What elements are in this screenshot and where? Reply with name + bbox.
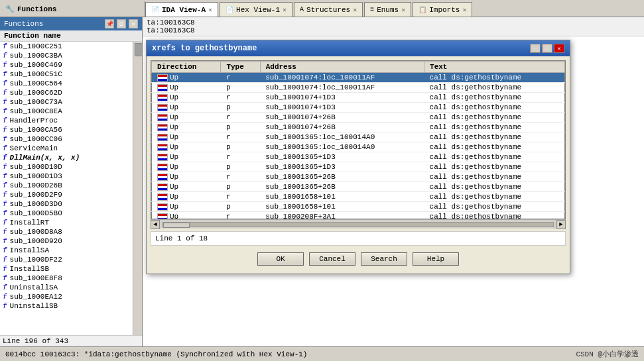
dialog-status-text: Line 1 of 18 bbox=[155, 234, 208, 242]
function-item[interactable]: fUninstallSA bbox=[0, 283, 133, 292]
cell-address: sub_10001365:loc_100014A0 bbox=[260, 142, 424, 152]
function-item[interactable]: fsub_1000D5B0 bbox=[0, 209, 133, 218]
table-row[interactable]: Uprsub_1000208F+3A1call ds:gethostbyname bbox=[152, 212, 565, 220]
tab-close-enums[interactable]: ✕ bbox=[401, 6, 405, 14]
tab-close-hex-view[interactable]: ✕ bbox=[283, 6, 287, 14]
function-item[interactable]: fsub_1000C3BA bbox=[0, 51, 133, 60]
scroll-track[interactable] bbox=[162, 222, 554, 227]
functions-list[interactable]: fsub_1000C251fsub_1000C3BAfsub_1000C469f… bbox=[0, 42, 133, 335]
table-row[interactable]: Uprsub_10001658+101call ds:gethostbyname bbox=[152, 192, 565, 202]
flag-icon bbox=[157, 74, 168, 81]
table-row[interactable]: Uppsub_10001074+26Bcall ds:gethostbyname bbox=[152, 123, 565, 132]
function-item[interactable]: fsub_1000D10D bbox=[0, 162, 133, 172]
close-icon[interactable]: ✕ bbox=[129, 19, 138, 28]
horizontal-scrollbar[interactable]: ◀ ▶ bbox=[151, 219, 566, 229]
function-item[interactable]: fsub_1000C251 bbox=[0, 42, 133, 51]
dialog-maximize[interactable]: □ bbox=[542, 44, 552, 53]
function-item[interactable]: fHandlerProc bbox=[0, 116, 133, 125]
function-item[interactable]: fsub_1000D2F9 bbox=[0, 190, 133, 199]
flag-icon bbox=[157, 193, 168, 201]
function-item[interactable]: fsub_1000E8F8 bbox=[0, 274, 133, 283]
cell-address: sub_10001074+26B bbox=[260, 113, 424, 123]
functions-panel-tab-label: Functions bbox=[17, 5, 56, 13]
cell-text: call ds:gethostbyname bbox=[424, 73, 565, 83]
function-name: HandlerProc bbox=[10, 117, 58, 125]
tab-structures[interactable]: AStructures✕ bbox=[294, 2, 363, 17]
cell-type: r bbox=[221, 192, 260, 202]
function-item[interactable]: fsub_1000CA56 bbox=[0, 125, 133, 134]
cell-direction: Up bbox=[152, 152, 221, 162]
table-row[interactable]: Uppsub_10001074:loc_100011AFcall ds:geth… bbox=[152, 83, 565, 93]
cancel-button[interactable]: Cancel bbox=[309, 252, 355, 266]
function-item[interactable]: fsub_1000EA12 bbox=[0, 292, 133, 301]
function-name: sub_1000DF22 bbox=[10, 256, 62, 264]
table-row[interactable]: Uprsub_10001365+26Bcall ds:gethostbyname bbox=[152, 172, 565, 182]
cell-direction: Up bbox=[152, 182, 221, 192]
function-item[interactable]: fInstallSA bbox=[0, 246, 133, 255]
tab-enums[interactable]: ≡Enums✕ bbox=[364, 2, 411, 17]
function-name: sub_1000C251 bbox=[10, 42, 62, 50]
cell-direction: Up bbox=[152, 212, 221, 220]
scroll-thumb[interactable] bbox=[163, 223, 190, 228]
tab-close-structures[interactable]: ✕ bbox=[353, 6, 357, 14]
function-item[interactable]: fsub_1000D8A8 bbox=[0, 227, 133, 236]
function-item[interactable]: fsub_1000C73A bbox=[0, 97, 133, 107]
float-icon[interactable]: ⊡ bbox=[117, 19, 126, 28]
help-button[interactable]: Help bbox=[413, 252, 459, 266]
tab-hex-view[interactable]: 📄Hex View-1✕ bbox=[220, 2, 292, 17]
function-item[interactable]: fsub_1000C8EA bbox=[0, 107, 133, 116]
tab-icon-structures: A bbox=[300, 6, 304, 13]
search-button[interactable]: Search bbox=[361, 252, 407, 266]
table-row[interactable]: Uprsub_10001074+1D3call ds:gethostbyname bbox=[152, 93, 565, 103]
func-f-icon: f bbox=[3, 237, 7, 245]
tab-imports[interactable]: 📋Imports✕ bbox=[413, 2, 472, 17]
function-item[interactable]: fInstallRT bbox=[0, 218, 133, 227]
tab-close-imports[interactable]: ✕ bbox=[462, 6, 466, 14]
dialog-close[interactable]: ✕ bbox=[554, 44, 564, 53]
tab-close-ida-view[interactable]: ✕ bbox=[208, 6, 212, 14]
function-item[interactable]: fServiceMain bbox=[0, 144, 133, 153]
tab-ida-view[interactable]: 📄IDA View-A✕ bbox=[145, 2, 218, 17]
ok-button[interactable]: OK bbox=[257, 252, 304, 266]
function-item[interactable]: fsub_1000D3D0 bbox=[0, 199, 133, 209]
dialog-titlebar: xrefs to gethostbyname ─ □ ✕ bbox=[147, 40, 570, 56]
function-item[interactable]: fsub_1000DF22 bbox=[0, 255, 133, 264]
table-row[interactable]: Uppsub_10001365:loc_100014A0call ds:geth… bbox=[152, 142, 565, 152]
func-f-icon: f bbox=[3, 42, 7, 50]
function-item[interactable]: fsub_1000C51C bbox=[0, 70, 133, 79]
table-row[interactable]: Uppsub_10001074+1D3call ds:gethostbyname bbox=[152, 103, 565, 113]
table-row[interactable]: Uppsub_10001365+26Bcall ds:gethostbyname bbox=[152, 182, 565, 192]
table-row[interactable]: Uprsub_10001074:loc_100011AFcall ds:geth… bbox=[152, 73, 565, 83]
table-row[interactable]: Uppsub_10001365+1D3call ds:gethostbyname bbox=[152, 162, 565, 172]
function-item[interactable]: fsub_1000D1D3 bbox=[0, 172, 133, 181]
function-item[interactable]: fsub_1000C62D bbox=[0, 88, 133, 97]
table-row[interactable]: Uppsub_10001658+101call ds:gethostbyname bbox=[152, 202, 565, 212]
func-f-icon: f bbox=[3, 172, 7, 180]
function-item[interactable]: fsub_1000CC06 bbox=[0, 134, 133, 144]
func-f-icon: f bbox=[3, 70, 7, 78]
function-item[interactable]: fsub_1000D920 bbox=[0, 236, 133, 246]
xref-table-container[interactable]: DirectionTypeAddressText Uprsub_10001074… bbox=[151, 60, 566, 219]
cell-type: r bbox=[221, 152, 260, 162]
func-f-icon: f bbox=[3, 302, 7, 310]
dialog-content: DirectionTypeAddressText Uprsub_10001074… bbox=[147, 56, 570, 274]
cell-address: sub_10001074+1D3 bbox=[260, 103, 424, 113]
dialog-minimize[interactable]: ─ bbox=[530, 44, 541, 53]
functions-scrollbar[interactable] bbox=[133, 42, 142, 335]
col-header-type: Type bbox=[221, 62, 260, 73]
function-item[interactable]: fsub_1000C469 bbox=[0, 60, 133, 70]
function-item[interactable]: fUninstallSB bbox=[0, 301, 133, 311]
function-item[interactable]: fsub_1000C564 bbox=[0, 79, 133, 88]
table-row[interactable]: Uprsub_10001365+1D3call ds:gethostbyname bbox=[152, 152, 565, 162]
table-row[interactable]: Uprsub_10001074+26Bcall ds:gethostbyname bbox=[152, 113, 565, 123]
function-name: sub_1000D8A8 bbox=[10, 228, 62, 236]
status-bar: 0014bcc 100163c3: *idata:gethostbyname (… bbox=[0, 346, 644, 361]
xref-table: DirectionTypeAddressText Uprsub_10001074… bbox=[151, 61, 565, 219]
pin-icon[interactable]: 📌 bbox=[105, 19, 114, 28]
table-row[interactable]: Uprsub_10001365:loc_100014A0call ds:geth… bbox=[152, 132, 565, 142]
function-item[interactable]: fsub_1000D26B bbox=[0, 181, 133, 190]
function-item[interactable]: fDllMain(x, x, x) bbox=[0, 153, 133, 162]
function-item[interactable]: fInstallSB bbox=[0, 264, 133, 274]
cell-direction: Up bbox=[152, 73, 221, 83]
flag-icon bbox=[157, 94, 168, 101]
